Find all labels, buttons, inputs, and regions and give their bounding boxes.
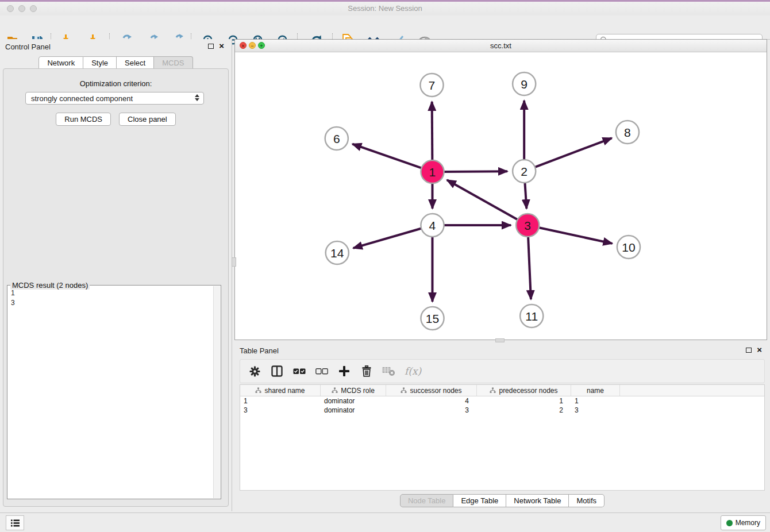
mcds-pane: Optimization criterion: strongly connect… — [3, 68, 229, 507]
table-cell[interactable]: 3 — [240, 406, 321, 415]
table-header-row: shared nameMCDS rolesuccessor nodesprede… — [240, 385, 764, 396]
table-panel-title: Table Panel — [240, 346, 279, 355]
memory-button[interactable]: Memory — [721, 515, 766, 530]
column-header-label: predecessor nodes — [499, 387, 557, 395]
memory-label: Memory — [736, 519, 760, 527]
network-window-title: scc.txt — [235, 41, 767, 50]
vertical-splitter-handle[interactable] — [232, 257, 236, 267]
criterion-select[interactable]: strongly connected component — [25, 92, 204, 105]
close-table-panel-icon[interactable]: × — [757, 345, 762, 355]
run-mcds-button[interactable]: Run MCDS — [56, 113, 111, 126]
column-header-label: MCDS role — [341, 387, 375, 395]
edge-1-7[interactable] — [432, 102, 433, 161]
network-canvas[interactable]: 1234678910111415 — [235, 52, 767, 340]
node-label-8: 8 — [624, 126, 631, 140]
edge-4-14[interactable] — [353, 228, 422, 248]
status-bar: Memory — [0, 512, 770, 532]
application-window: Session: New Session — [0, 0, 770, 532]
horizontal-splitter-handle[interactable] — [495, 338, 505, 342]
column-header-successor-nodes[interactable]: successor nodes — [386, 385, 477, 396]
table-cell[interactable]: 1 — [240, 396, 321, 406]
float-table-panel-icon[interactable] — [746, 348, 752, 353]
control-panel-title: Control Panel — [5, 43, 51, 51]
table-cell[interactable]: 1 — [477, 396, 571, 406]
list-icon — [10, 519, 20, 527]
criterion-value: strongly connected component — [31, 94, 133, 103]
table-tab-edge-table[interactable]: Edge Table — [453, 494, 506, 507]
network-view-window: × − + scc.txt 1234678910111415 — [234, 39, 767, 340]
control-panel-header: Control Panel × — [0, 39, 232, 54]
table-row[interactable]: 1dominator411 — [240, 396, 764, 406]
close-panel-icon[interactable]: × — [219, 41, 224, 51]
network-window-titlebar[interactable]: × − + scc.txt — [235, 40, 767, 52]
table-tab-network-table[interactable]: Network Table — [506, 494, 569, 507]
close-panel-button[interactable]: Close panel — [119, 113, 176, 126]
table-cell[interactable]: 3 — [386, 406, 477, 415]
edge-3-1[interactable] — [447, 180, 519, 220]
table-tab-node-table[interactable]: Node Table — [400, 494, 454, 507]
mcds-result-list: 13 — [7, 287, 213, 499]
edge-3-10[interactable] — [538, 228, 613, 244]
tab-style[interactable]: Style — [83, 56, 117, 70]
table-cell[interactable]: 1 — [571, 396, 620, 406]
column-header-label: shared name — [264, 387, 305, 395]
node-label-6: 6 — [333, 133, 340, 146]
tab-select[interactable]: Select — [117, 56, 154, 70]
table-cell[interactable]: 2 — [477, 406, 571, 415]
column-header-predecessor-nodes[interactable]: predecessor nodes — [477, 385, 571, 396]
tab-network[interactable]: Network — [38, 56, 83, 70]
node-label-4: 4 — [429, 219, 436, 233]
delete-column-icon[interactable] — [360, 364, 374, 378]
table-row[interactable]: 3dominator323 — [240, 406, 764, 415]
edge-3-11[interactable] — [528, 236, 531, 299]
function-builder-icon[interactable]: f(x) — [405, 365, 421, 377]
table-cell[interactable]: 3 — [571, 406, 620, 415]
task-history-button[interactable] — [6, 515, 24, 530]
edge-2-8[interactable] — [534, 138, 612, 167]
column-header-shared-name[interactable]: shared name — [240, 385, 321, 396]
attribute-icon — [255, 387, 261, 394]
result-scrollbar[interactable] — [213, 286, 220, 498]
optimization-criterion-label: Optimization criterion: — [3, 79, 228, 88]
node-label-9: 9 — [521, 78, 528, 91]
node-table[interactable]: shared nameMCDS rolesuccessor nodesprede… — [240, 384, 765, 491]
main-toolbar — [0, 16, 770, 40]
table-cell[interactable]: dominator — [321, 396, 386, 406]
column-header-MCDS-role[interactable]: MCDS role — [321, 385, 386, 396]
memory-status-icon — [726, 520, 733, 526]
table-cell[interactable]: 4 — [386, 396, 477, 406]
table-panel: Table Panel × — [234, 343, 770, 511]
control-panel: Control Panel × NetworkStyleSelectMCDS O… — [0, 39, 232, 511]
select-all-checkboxes-icon[interactable] — [292, 364, 306, 378]
table-cell[interactable]: dominator — [321, 406, 386, 415]
tab-mcds[interactable]: MCDS — [154, 56, 192, 70]
column-header-label: name — [587, 387, 604, 395]
table-body: 1dominator4113dominator323 — [240, 396, 764, 415]
result-item: 3 — [11, 298, 210, 308]
add-column-icon[interactable] — [337, 364, 351, 378]
node-label-7: 7 — [429, 79, 436, 92]
titlebar: Session: New Session — [0, 2, 770, 16]
mcds-result-box: MCDS result (2 nodes) 13 — [7, 285, 221, 499]
edge-1-2[interactable] — [443, 171, 507, 172]
column-header-name[interactable]: name — [571, 385, 620, 396]
settings-gear-icon[interactable] — [248, 364, 261, 378]
edge-1-6[interactable] — [352, 144, 422, 168]
table-tab-motifs[interactable]: Motifs — [569, 494, 605, 507]
window-title: Session: New Session — [0, 4, 770, 13]
delete-table-icon[interactable] — [382, 364, 396, 378]
float-panel-icon[interactable] — [208, 44, 214, 49]
node-label-14: 14 — [330, 247, 344, 260]
select-stepper-icon — [195, 94, 199, 101]
node-label-10: 10 — [622, 241, 635, 255]
result-item: 1 — [11, 288, 210, 298]
attribute-icon — [332, 387, 338, 394]
node-label-3: 3 — [524, 219, 531, 233]
control-panel-tabs: NetworkStyleSelectMCDS — [0, 56, 232, 70]
edge-2-3[interactable] — [525, 182, 526, 209]
table-tabs: Node TableEdge TableNetwork TableMotifs — [234, 494, 770, 507]
deselect-all-checkboxes-icon[interactable] — [315, 364, 329, 378]
attribute-icon — [401, 387, 407, 394]
column-header-label: successor nodes — [410, 387, 461, 395]
column-visibility-icon[interactable] — [270, 364, 284, 378]
